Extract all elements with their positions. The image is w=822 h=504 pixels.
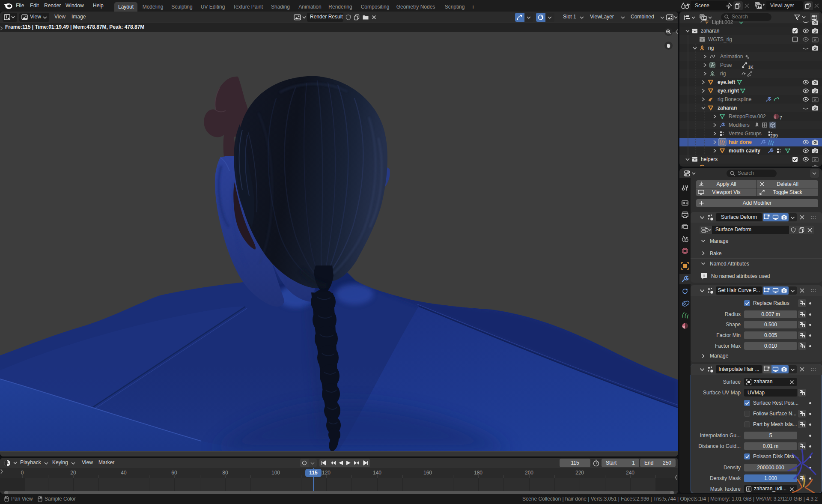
svg-text:zaharan: zaharan <box>701 28 719 34</box>
svg-text:Animation: Animation <box>720 54 743 60</box>
svg-text:RetopoFlow.002: RetopoFlow.002 <box>729 113 766 119</box>
svg-text:7: 7 <box>780 115 782 120</box>
svg-text:hair done: hair done <box>729 139 752 145</box>
svg-text:rig:Bone:spline: rig:Bone:spline <box>718 96 752 102</box>
svg-text:eye.left: eye.left <box>718 79 735 85</box>
svg-text:WGTS_rig: WGTS_rig <box>708 36 732 42</box>
svg-text:rig: rig <box>708 45 714 51</box>
svg-text:1K: 1K <box>748 65 754 70</box>
svg-text:Modifiers: Modifiers <box>729 122 750 128</box>
svg-text:Pose: Pose <box>720 62 732 68</box>
svg-text:Light.002: Light.002 <box>712 20 733 25</box>
svg-text:zaharan: zaharan <box>718 105 737 111</box>
svg-text:helpers: helpers <box>701 156 718 162</box>
svg-text:239: 239 <box>770 133 778 138</box>
svg-text:mouth cavity: mouth cavity <box>729 148 760 154</box>
svg-text:eye.right: eye.right <box>718 88 739 94</box>
svg-text:rig: rig <box>720 71 726 77</box>
svg-text:Vertex Groups: Vertex Groups <box>729 131 762 137</box>
